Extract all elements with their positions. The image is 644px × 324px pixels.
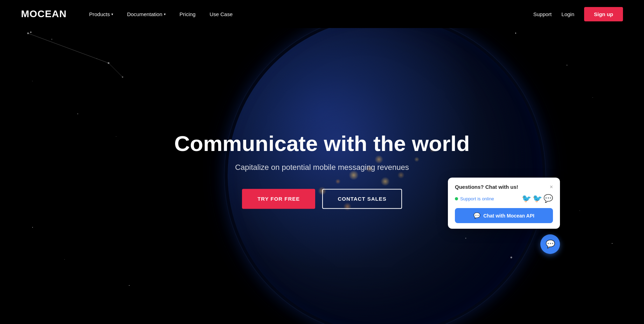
chat-float-button[interactable]: 💬 bbox=[540, 234, 560, 254]
nav-documentation[interactable]: Documentation ▾ bbox=[122, 8, 171, 20]
chat-bubble-icon: 💬 bbox=[473, 212, 480, 219]
chevron-down-icon: ▾ bbox=[164, 12, 166, 16]
nav-signup-button[interactable]: Sign up bbox=[584, 7, 623, 21]
chat-status-row: Support is online 🐦 🐦 💬 bbox=[455, 194, 553, 203]
chevron-down-icon: ▾ bbox=[111, 12, 113, 16]
chat-popup: Questions? Chat with us! × Support is on… bbox=[448, 178, 560, 229]
chat-widget: Questions? Chat with us! × Support is on… bbox=[448, 178, 560, 254]
nav-products[interactable]: Products ▾ bbox=[83, 8, 118, 20]
brand-logo[interactable]: MOCEAN bbox=[21, 8, 67, 20]
close-icon[interactable]: × bbox=[550, 184, 553, 190]
try-for-free-button[interactable]: TRY FOR FREE bbox=[242, 189, 315, 209]
chat-avatars: 🐦 🐦 💬 bbox=[522, 194, 553, 203]
chat-with-api-button[interactable]: 💬 Chat with Mocean API bbox=[455, 208, 553, 223]
chat-float-icon: 💬 bbox=[546, 240, 555, 249]
hero-content: Communicate with the world Capitalize on… bbox=[174, 131, 470, 209]
navbar: MOCEAN Products ▾ Documentation ▾ Pricin… bbox=[0, 0, 644, 28]
nav-pricing[interactable]: Pricing bbox=[174, 8, 201, 20]
nav-links: Products ▾ Documentation ▾ Pricing Use C… bbox=[83, 8, 533, 20]
nav-login-link[interactable]: Login bbox=[561, 11, 574, 17]
chat-status-left: Support is online bbox=[455, 196, 494, 201]
agent-avatar-3: 💬 bbox=[543, 194, 553, 203]
status-online-dot bbox=[455, 197, 458, 200]
support-status-text: Support is online bbox=[460, 196, 494, 201]
nav-right: Support Login Sign up bbox=[533, 7, 623, 21]
hero-buttons: TRY FOR FREE CONTACT SALES bbox=[174, 189, 470, 209]
agent-avatar-2: 🐦 bbox=[533, 194, 542, 203]
nav-use-case[interactable]: Use Case bbox=[204, 8, 238, 20]
hero-title: Communicate with the world bbox=[174, 131, 470, 156]
contact-sales-button[interactable]: CONTACT SALES bbox=[322, 189, 402, 209]
hero-subtitle: Capitalize on potential mobile messaging… bbox=[174, 163, 470, 172]
chat-popup-title: Questions? Chat with us! bbox=[455, 184, 518, 190]
nav-support-link[interactable]: Support bbox=[533, 11, 552, 17]
chat-popup-header: Questions? Chat with us! × bbox=[455, 184, 553, 190]
agent-avatar-1: 🐦 bbox=[522, 194, 531, 203]
